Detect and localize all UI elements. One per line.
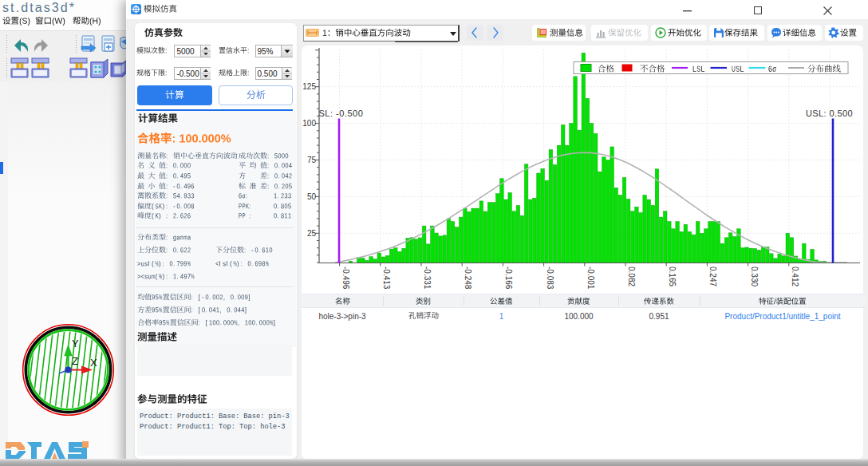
svg-text:X: X (90, 357, 97, 369)
svg-text:0.247: 0.247 (708, 267, 717, 286)
svg-text:SL: -0.500: SL: -0.500 (319, 109, 364, 118)
svg-text:-0.413: -0.413 (382, 267, 391, 290)
svg-text:Z: Z (72, 355, 78, 367)
svg-text:25: 25 (307, 229, 317, 238)
svg-text:50: 50 (307, 192, 317, 201)
svg-text:-0.166: -0.166 (504, 267, 513, 290)
svg-text:Y: Y (72, 338, 79, 350)
svg-text:0.330: 0.330 (750, 267, 759, 286)
svg-text:0.412: 0.412 (791, 267, 799, 286)
svg-text:125: 125 (302, 82, 316, 91)
svg-text:-0.083: -0.083 (546, 267, 554, 290)
svg-text:-0.331: -0.331 (423, 267, 432, 290)
svg-text:75: 75 (307, 156, 317, 164)
svg-text:0.082: 0.082 (627, 267, 636, 286)
svg-text:-0.248: -0.248 (464, 267, 472, 290)
svg-text:-0.496: -0.496 (341, 267, 350, 290)
svg-text:0.165: 0.165 (668, 267, 677, 286)
svg-text:USL: 0.500: USL: 0.500 (806, 109, 853, 118)
svg-text:100: 100 (302, 119, 316, 128)
svg-text:-0.001: -0.001 (586, 267, 595, 290)
